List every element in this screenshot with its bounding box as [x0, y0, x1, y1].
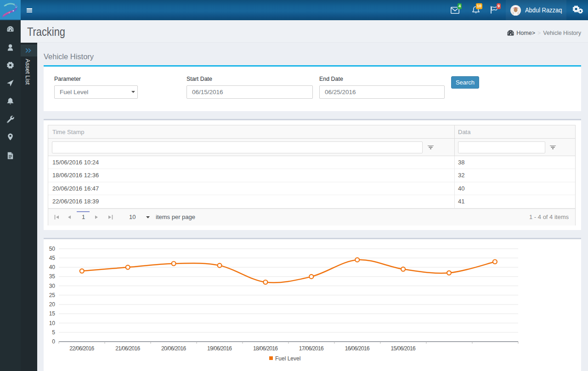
- svg-text:35: 35: [49, 273, 56, 280]
- svg-text:15: 15: [49, 310, 56, 317]
- svg-text:40: 40: [49, 264, 56, 270]
- svg-text:21/06/2016: 21/06/2016: [115, 345, 140, 352]
- svg-text:15/06/2016: 15/06/2016: [391, 345, 416, 352]
- svg-text:16/06/2016: 16/06/2016: [345, 345, 370, 352]
- svg-text:50: 50: [49, 246, 56, 252]
- svg-text:25: 25: [49, 292, 56, 298]
- svg-text:30: 30: [49, 283, 56, 289]
- svg-text:10: 10: [49, 320, 56, 326]
- svg-text:5: 5: [52, 329, 55, 336]
- svg-text:19/06/2016: 19/06/2016: [207, 345, 232, 352]
- svg-text:0: 0: [52, 338, 55, 345]
- svg-text:18/06/2016: 18/06/2016: [253, 345, 278, 352]
- svg-text:Fuel Level: Fuel Level: [275, 355, 300, 362]
- svg-text:20: 20: [49, 301, 56, 308]
- svg-text:22/06/2016: 22/06/2016: [69, 345, 94, 352]
- svg-text:17/06/2016: 17/06/2016: [299, 345, 324, 352]
- svg-text:20/06/2016: 20/06/2016: [161, 345, 186, 352]
- svg-text:45: 45: [49, 255, 56, 261]
